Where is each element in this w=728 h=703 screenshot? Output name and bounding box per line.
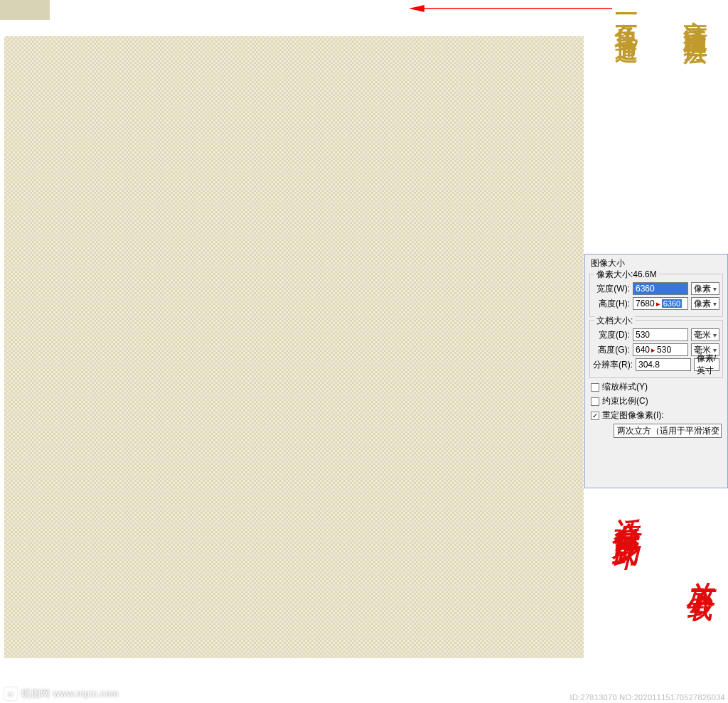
px-width-input[interactable]: 6360: [633, 282, 688, 295]
doc-width-unit[interactable]: 毫米▾: [691, 328, 719, 341]
pixel-size-legend: 像素大小:46.6M: [594, 269, 659, 281]
annotation-gold-left: 一色块一通道: [611, 1, 641, 27]
px-width-label: 宽度(W):: [593, 283, 630, 295]
resample-label: 重定图像像素(I):: [602, 409, 664, 422]
scale-styles-checkbox[interactable]: 缩放样式(Y): [591, 381, 722, 393]
watermark-right: ID:27813070 NO:20201115170527826034: [570, 693, 725, 702]
chevron-down-icon: ▾: [713, 300, 717, 308]
doc-height-input[interactable]: 640 ▸ 530: [633, 343, 688, 356]
doc-size-legend: 文档大小:: [594, 315, 635, 327]
px-height-label: 高度(H):: [593, 298, 630, 310]
arrow-icon: ▸: [656, 299, 660, 308]
resolution-label: 分辨率(R):: [593, 359, 633, 371]
px-height-unit[interactable]: 像素▾: [691, 297, 719, 310]
annotation-gold-right: 高清通道分层: [679, 1, 710, 27]
resample-method-select[interactable]: 两次立方（适用于平滑渐变: [614, 424, 722, 438]
resolution-unit[interactable]: 像素/英寸: [694, 358, 719, 371]
doc-width-input[interactable]: 530: [633, 328, 688, 341]
doc-width-label: 宽度(D):: [593, 329, 630, 341]
image-size-dialog: 图像大小 像素大小:46.6M 宽度(W): 6360 像素▾ 高度(H): 7…: [584, 254, 728, 488]
constrain-label: 约束比例(C): [602, 395, 648, 407]
px-height-input[interactable]: 7680 ▸ 6360: [633, 297, 688, 310]
doc-size-group: 文档大小: 宽度(D): 530 毫米▾ 高度(G): 640 ▸ 530 毫米…: [589, 320, 723, 378]
checkbox-checked-icon: [591, 412, 599, 420]
logo-icon: ◎: [4, 687, 17, 700]
arrow-icon: ▸: [651, 345, 655, 355]
chevron-down-icon: ▾: [713, 331, 717, 339]
watermark-left: ◎ 昵图网 www.nipic.com: [4, 687, 119, 700]
stage: { "annotations": { "gold_left": "一色块一通道"…: [0, 0, 728, 703]
annotation-red-right: 放心下载: [682, 562, 716, 579]
scale-styles-label: 缩放样式(Y): [602, 381, 648, 393]
preview-canvas: [4, 36, 584, 658]
annotation-red-left: 适合任何形式印: [608, 498, 641, 527]
px-width-unit[interactable]: 像素▾: [691, 282, 719, 295]
checkbox-icon: [591, 383, 599, 392]
pixel-size-group: 像素大小:46.6M 宽度(W): 6360 像素▾ 高度(H): 7680 ▸…: [589, 274, 723, 317]
checkbox-icon: [591, 397, 599, 406]
pointer-arrow: [409, 4, 612, 14]
color-swatch: [0, 0, 50, 20]
svg-marker-1: [409, 5, 424, 12]
constrain-checkbox[interactable]: 约束比例(C): [591, 395, 722, 407]
resample-checkbox[interactable]: 重定图像像素(I):: [591, 409, 722, 422]
doc-height-label: 高度(G):: [593, 344, 630, 356]
chevron-down-icon: ▾: [713, 285, 717, 293]
resolution-input[interactable]: 304.8: [636, 358, 691, 371]
